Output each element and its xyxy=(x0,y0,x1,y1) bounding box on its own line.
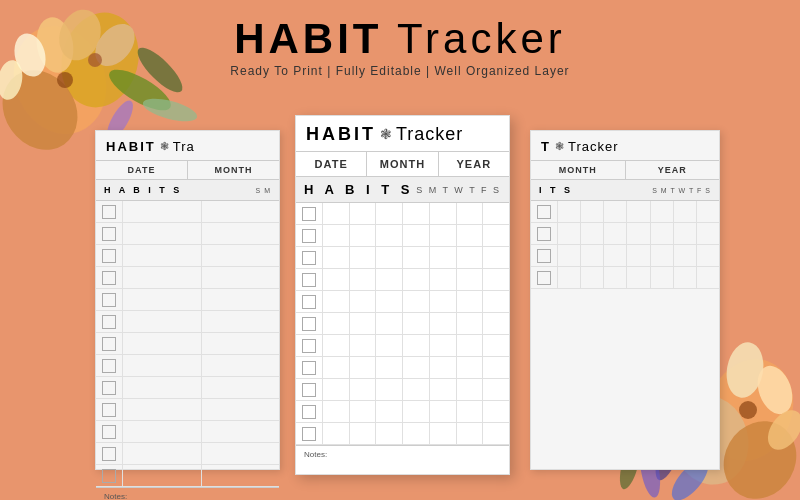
grid-cell xyxy=(557,267,580,288)
grid-cell xyxy=(429,269,456,290)
checkbox[interactable] xyxy=(302,317,316,331)
grid-cell xyxy=(322,379,349,400)
checkbox[interactable] xyxy=(302,383,316,397)
checkbox[interactable] xyxy=(302,207,316,221)
grid-cell xyxy=(456,247,483,268)
grid-cell xyxy=(122,421,201,442)
checkbox[interactable] xyxy=(102,249,116,263)
grid-cell xyxy=(456,423,483,444)
grid-cell xyxy=(375,291,402,312)
checkbox[interactable] xyxy=(102,293,116,307)
grid-cell xyxy=(122,465,201,486)
grid-cell xyxy=(201,333,280,354)
right-title-icon: ❃ xyxy=(555,140,564,153)
subtitle: Ready To Print | Fully Editable | Well O… xyxy=(0,64,800,78)
checkbox[interactable] xyxy=(537,249,551,263)
grid-cell xyxy=(122,201,201,222)
grid-cell xyxy=(322,269,349,290)
grid-cell xyxy=(603,223,626,244)
grid-cell xyxy=(322,225,349,246)
checkbox[interactable] xyxy=(302,339,316,353)
grid-cell xyxy=(322,313,349,334)
grid-cell xyxy=(349,247,376,268)
checkbox[interactable] xyxy=(537,205,551,219)
left-days-label: S M xyxy=(256,187,271,194)
grid-cell xyxy=(402,357,429,378)
checkbox[interactable] xyxy=(102,381,116,395)
grid-cell xyxy=(696,245,719,266)
left-habits-header: H A B I T S S M xyxy=(96,180,279,201)
grid-cell xyxy=(349,269,376,290)
right-card-title: T ❃ Tracker xyxy=(531,131,719,161)
grid-cell xyxy=(429,335,456,356)
habit-line xyxy=(122,311,279,332)
habit-line xyxy=(122,223,279,244)
grid-cell xyxy=(349,357,376,378)
checkbox[interactable] xyxy=(302,405,316,419)
checkbox[interactable] xyxy=(302,295,316,309)
grid-cell xyxy=(557,223,580,244)
checkbox[interactable] xyxy=(302,229,316,243)
grid-cell xyxy=(349,379,376,400)
grid-cell xyxy=(122,377,201,398)
grid-cell xyxy=(557,245,580,266)
habit-row xyxy=(296,269,509,291)
grid-cell xyxy=(402,291,429,312)
checkbox[interactable] xyxy=(302,427,316,441)
grid-cell xyxy=(375,247,402,268)
habit-line xyxy=(322,423,509,444)
checkbox[interactable] xyxy=(102,403,116,417)
checkbox[interactable] xyxy=(102,447,116,461)
checkbox[interactable] xyxy=(537,271,551,285)
grid-cell xyxy=(402,203,429,224)
habit-line xyxy=(322,335,509,356)
checkbox[interactable] xyxy=(102,227,116,241)
checkbox[interactable] xyxy=(102,271,116,285)
grid-cell xyxy=(580,201,603,222)
checkbox[interactable] xyxy=(302,273,316,287)
checkbox[interactable] xyxy=(102,205,116,219)
checkbox[interactable] xyxy=(302,361,316,375)
checkbox[interactable] xyxy=(302,251,316,265)
habit-row xyxy=(96,421,279,443)
center-date-cell-3: YEAR xyxy=(439,152,509,176)
grid-cell xyxy=(456,335,483,356)
left-title-light: Tra xyxy=(173,139,195,154)
checkbox[interactable] xyxy=(537,227,551,241)
right-days-label: S M T W T F S xyxy=(652,187,711,194)
habit-row xyxy=(296,291,509,313)
right-title-light: Tracker xyxy=(568,139,619,154)
checkbox[interactable] xyxy=(102,359,116,373)
grid-cell xyxy=(673,267,696,288)
grid-cell xyxy=(122,311,201,332)
habit-row xyxy=(296,401,509,423)
grid-cell xyxy=(322,401,349,422)
habit-line xyxy=(557,201,719,222)
right-title-bold: T xyxy=(541,139,551,154)
grid-cell xyxy=(673,223,696,244)
habit-row xyxy=(296,203,509,225)
grid-cell xyxy=(482,247,509,268)
checkbox[interactable] xyxy=(102,315,116,329)
center-title-icon: ❃ xyxy=(380,126,392,143)
grid-cell xyxy=(603,267,626,288)
grid-cell xyxy=(322,291,349,312)
grid-cell xyxy=(201,289,280,310)
habit-row xyxy=(96,333,279,355)
grid-cell xyxy=(456,291,483,312)
grid-cell xyxy=(482,203,509,224)
checkbox[interactable] xyxy=(102,469,116,483)
grid-cell xyxy=(322,247,349,268)
right-date-row: MONTH YEAR xyxy=(531,161,719,180)
left-card-title: HABIT ❃ Tra xyxy=(96,131,279,161)
grid-cell xyxy=(650,267,673,288)
right-habits-label: I T S xyxy=(539,185,652,195)
grid-cell xyxy=(580,245,603,266)
grid-cell xyxy=(201,399,280,420)
grid-cell xyxy=(201,223,280,244)
habit-row xyxy=(96,245,279,267)
grid-cell xyxy=(580,267,603,288)
checkbox[interactable] xyxy=(102,425,116,439)
checkbox[interactable] xyxy=(102,337,116,351)
habit-row xyxy=(96,223,279,245)
